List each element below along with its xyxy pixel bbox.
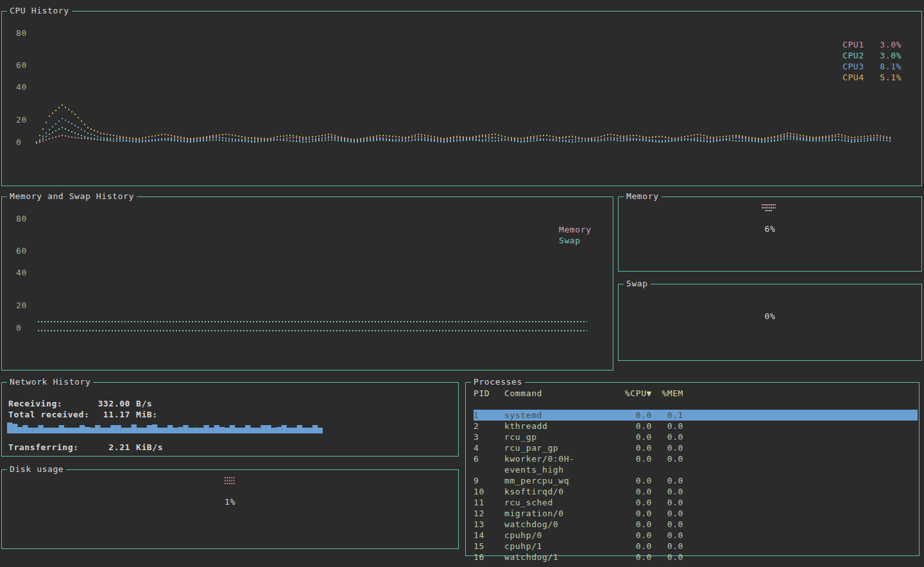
process-command: cpuhp/1 bbox=[504, 541, 624, 552]
process-command: systemd bbox=[504, 410, 624, 421]
process-command: kworker/0:0H-events_high bbox=[504, 453, 624, 475]
total-received-label: Total received: bbox=[8, 410, 90, 419]
memory-usage-dots bbox=[762, 204, 778, 213]
process-mem: 0.0 bbox=[652, 519, 683, 530]
cpu-legend: CPU13.0%CPU23.0%CPU38.1%CPU45.1% bbox=[843, 39, 902, 83]
process-pid: 11 bbox=[474, 497, 504, 508]
disk-usage-percent: 1% bbox=[2, 497, 458, 507]
column-header-mem[interactable]: %MEM bbox=[652, 388, 683, 399]
process-cpu: 0.0 bbox=[624, 442, 652, 453]
y-axis-tick: 60 bbox=[16, 60, 27, 71]
process-row[interactable]: 4rcu_par_gp0.00.0 bbox=[474, 442, 918, 453]
process-pid: 16 bbox=[474, 552, 504, 563]
process-pid: 2 bbox=[474, 421, 504, 432]
cpu-legend-value: 8.1% bbox=[880, 61, 902, 72]
cpu-legend-value: 3.0% bbox=[880, 50, 902, 61]
process-cpu: 0.0 bbox=[624, 508, 652, 519]
network-receive-graph bbox=[7, 419, 323, 433]
swap-usage-line bbox=[38, 330, 587, 331]
process-row[interactable]: 14cpuhp/00.00.0 bbox=[474, 530, 918, 541]
process-pid: 14 bbox=[474, 530, 504, 541]
process-mem: 0.0 bbox=[652, 442, 683, 453]
process-row[interactable]: 13watchdog/00.00.0 bbox=[474, 519, 918, 530]
column-header-pid[interactable]: PID bbox=[474, 388, 504, 399]
process-row[interactable]: 2kthreadd0.00.0 bbox=[474, 421, 918, 432]
swap-gauge-panel: Swap 0% bbox=[618, 284, 922, 361]
process-mem: 0.0 bbox=[652, 486, 683, 497]
transferring-label: Transferring: bbox=[8, 442, 90, 452]
process-cpu: 0.0 bbox=[624, 530, 652, 541]
process-cpu: 0.0 bbox=[624, 432, 652, 442]
process-mem: 0.0 bbox=[652, 530, 683, 541]
cpu-legend-item: CPU45.1% bbox=[843, 72, 902, 83]
memory-gauge-title: Memory bbox=[624, 191, 662, 201]
cpu-legend-item: CPU23.0% bbox=[843, 50, 902, 61]
process-command: rcu_gp bbox=[504, 432, 624, 442]
process-row[interactable]: 10ksoftirqd/00.00.0 bbox=[474, 486, 918, 497]
process-cpu: 0.0 bbox=[624, 475, 652, 486]
processes-panel: Processes PID Command %CPU▼ %MEM 1system… bbox=[465, 382, 920, 556]
process-cpu: 0.0 bbox=[624, 453, 652, 475]
process-mem: 0.0 bbox=[652, 541, 683, 552]
disk-usage-title: Disk usage bbox=[7, 464, 66, 474]
memory-usage-percent: 6% bbox=[619, 224, 921, 234]
transferring-unit: KiB/s bbox=[136, 442, 163, 452]
column-header-cpu-sort[interactable]: %CPU▼ bbox=[624, 388, 652, 399]
disk-usage-panel: Disk usage 1% bbox=[1, 469, 459, 549]
memory-swap-history-panel: Memory and Swap History 806040200 Memory… bbox=[1, 196, 613, 371]
process-row[interactable]: 3rcu_gp0.00.0 bbox=[474, 432, 918, 442]
process-cpu: 0.0 bbox=[624, 421, 652, 432]
process-pid: 12 bbox=[474, 508, 504, 519]
process-mem: 0.1 bbox=[652, 410, 683, 421]
process-pid: 1 bbox=[474, 410, 504, 421]
process-row[interactable]: 16watchdog/10.00.0 bbox=[474, 552, 918, 563]
process-cpu: 0.0 bbox=[624, 497, 652, 508]
process-row[interactable]: 9mm_percpu_wq0.00.0 bbox=[474, 475, 918, 486]
y-axis-tick: 20 bbox=[16, 115, 27, 125]
process-row[interactable]: 12migration/00.00.0 bbox=[474, 508, 918, 519]
network-history-panel: Network History Receiving: 332.00 B/s To… bbox=[1, 382, 459, 457]
y-axis-tick: 20 bbox=[16, 301, 27, 311]
process-row[interactable]: 1systemd0.00.1 bbox=[474, 410, 918, 421]
cpu-legend-item: CPU38.1% bbox=[843, 61, 902, 72]
network-transferring-line: Transferring: 2.21 KiB/s bbox=[8, 442, 163, 452]
system-monitor-screen: { "colors":{ "bg":"#2b2b2b","border":"#5… bbox=[0, 0, 924, 567]
total-received-unit: MiB: bbox=[136, 410, 158, 419]
memory-swap-history-title: Memory and Swap History bbox=[7, 191, 137, 201]
process-pid: 13 bbox=[474, 519, 504, 530]
process-mem: 0.0 bbox=[652, 508, 683, 519]
column-header-command[interactable]: Command bbox=[504, 388, 624, 399]
process-row[interactable]: 11rcu_sched0.00.0 bbox=[474, 497, 918, 508]
process-mem: 0.0 bbox=[652, 475, 683, 486]
y-axis-tick: 0 bbox=[16, 137, 21, 148]
swap-usage-percent: 0% bbox=[619, 311, 921, 321]
cpu-legend-value: 3.0% bbox=[880, 39, 902, 50]
process-pid: 10 bbox=[474, 486, 504, 497]
process-pid: 3 bbox=[474, 432, 504, 442]
process-pid: 9 bbox=[474, 475, 504, 486]
process-command: mm_percpu_wq bbox=[504, 475, 624, 486]
process-list: 1systemd0.00.12kthreadd0.00.03rcu_gp0.00… bbox=[474, 410, 918, 563]
receiving-label: Receiving: bbox=[8, 399, 90, 408]
receiving-unit: B/s bbox=[136, 399, 152, 408]
process-command: rcu_par_gp bbox=[504, 442, 624, 453]
process-row[interactable]: 6kworker/0:0H-events_high0.00.0 bbox=[474, 453, 918, 475]
process-cpu: 0.0 bbox=[624, 410, 652, 421]
process-mem: 0.0 bbox=[652, 552, 683, 563]
y-axis-tick: 0 bbox=[16, 323, 21, 333]
total-received-value: 11.17 bbox=[90, 410, 130, 419]
process-command: cpuhp/0 bbox=[504, 530, 624, 541]
cpu-legend-label: CPU1 bbox=[843, 39, 864, 50]
cpu-legend-value: 5.1% bbox=[880, 72, 902, 83]
process-row[interactable]: 15cpuhp/10.00.0 bbox=[474, 541, 918, 552]
process-pid: 4 bbox=[474, 442, 504, 453]
cpu-history-title: CPU History bbox=[7, 6, 72, 15]
transferring-value: 2.21 bbox=[90, 442, 130, 452]
process-pid: 6 bbox=[474, 453, 504, 475]
memory-usage-line bbox=[38, 321, 587, 322]
cpu-legend-item: CPU13.0% bbox=[843, 39, 902, 50]
memory-gauge-panel: Memory 6% bbox=[618, 196, 922, 272]
cpu-history-graph bbox=[36, 24, 893, 148]
y-axis-tick: 60 bbox=[16, 246, 27, 256]
y-axis-tick: 80 bbox=[16, 214, 27, 224]
